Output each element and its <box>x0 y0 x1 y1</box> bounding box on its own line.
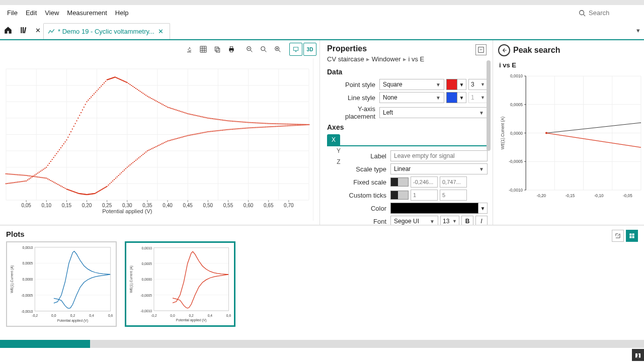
svg-rect-347 <box>193 134 194 135</box>
peak-chart[interactable]: 0,00100,00050,0000-0,0005-0,0010-0,20-0,… <box>498 72 642 203</box>
svg-rect-344 <box>197 133 198 134</box>
svg-text:-0,0010: -0,0010 <box>140 309 152 313</box>
custom-ticks-toggle[interactable] <box>390 191 409 200</box>
zoom-in-button[interactable] <box>271 43 284 56</box>
svg-rect-390 <box>131 163 132 164</box>
grid-icon <box>199 45 207 53</box>
point-size-select[interactable]: 3▼ <box>468 79 488 90</box>
grid-view-icon <box>628 232 635 239</box>
svg-rect-409 <box>105 187 106 188</box>
svg-rect-368 <box>163 143 164 144</box>
2d-button[interactable] <box>289 43 302 56</box>
tab-demo19[interactable]: * Demo 19 - Cyclic voltammetry... ✕ <box>43 23 170 39</box>
svg-rect-180 <box>184 112 185 113</box>
point-style-select[interactable]: Square▼ <box>379 79 444 90</box>
svg-text:0,0: 0,0 <box>170 314 175 317</box>
svg-rect-355 <box>182 137 183 138</box>
svg-rect-458 <box>70 190 71 191</box>
menu-view[interactable]: View <box>41 7 63 19</box>
svg-text:0,40: 0,40 <box>163 203 173 208</box>
line-color-swatch[interactable] <box>446 92 457 103</box>
svg-rect-6 <box>216 48 220 52</box>
svg-rect-254 <box>291 124 292 125</box>
svg-rect-366 <box>166 141 167 142</box>
svg-rect-476 <box>47 178 48 179</box>
axis-color-swatch[interactable] <box>390 203 478 214</box>
custom-ticks-b[interactable] <box>440 190 467 201</box>
home-button[interactable] <box>0 21 16 39</box>
svg-rect-361 <box>173 139 174 140</box>
svg-text:0,10: 0,10 <box>42 203 52 208</box>
line-color-caret[interactable]: ▼ <box>457 92 466 103</box>
point-color-swatch[interactable] <box>446 79 457 90</box>
close-library-button[interactable]: ✕ <box>32 21 43 39</box>
plot-thumbnail-1[interactable]: 0,00100,00050,0000-0,0005-0,0010-0,20,00… <box>6 241 117 327</box>
axis-tab-z[interactable]: Z <box>332 156 345 167</box>
fixed-scale-max[interactable] <box>440 176 467 188</box>
svg-text:0,65: 0,65 <box>264 203 274 208</box>
svg-rect-104 <box>95 92 96 93</box>
menu-help[interactable]: Help <box>111 7 133 19</box>
svg-text:0,50: 0,50 <box>203 203 213 208</box>
menu-measurement[interactable]: Measurement <box>63 7 111 19</box>
svg-rect-493 <box>23 175 24 176</box>
main-plot[interactable]: 0,050,100,150,200,250,300,350,400,450,50… <box>2 58 313 221</box>
custom-ticks-a[interactable] <box>411 190 438 201</box>
svg-rect-331 <box>216 130 217 131</box>
properties-scrollbar[interactable] <box>487 60 492 221</box>
axis-tab-y[interactable]: Y <box>332 145 345 156</box>
menu-file[interactable]: File <box>3 7 22 19</box>
zoom-button[interactable] <box>257 43 270 56</box>
popout-button[interactable] <box>612 230 624 242</box>
axis-label-input[interactable] <box>390 150 488 161</box>
copy-button[interactable] <box>211 43 224 56</box>
print-button[interactable] <box>225 43 238 56</box>
svg-rect-374 <box>154 147 155 148</box>
svg-rect-255 <box>292 124 293 125</box>
fixed-scale-toggle[interactable] <box>390 177 409 187</box>
axis-font-select[interactable]: Segoe UI▼ <box>390 216 438 225</box>
svg-rect-481 <box>40 177 41 178</box>
line-style-select[interactable]: None▼ <box>379 92 444 103</box>
scale-type-select[interactable]: Linear▼ <box>390 163 488 174</box>
svg-rect-251 <box>287 124 288 125</box>
svg-rect-2 <box>21 27 22 33</box>
line-width-select[interactable]: 1▼ <box>468 92 488 103</box>
svg-rect-126 <box>115 76 116 77</box>
back-button[interactable] <box>498 44 510 56</box>
progress-bar[interactable] <box>0 340 644 348</box>
grid-button[interactable] <box>197 43 210 56</box>
svg-rect-90 <box>75 123 76 124</box>
axis-color-label: Color <box>338 205 390 212</box>
point-color-caret[interactable]: ▼ <box>457 79 466 90</box>
svg-rect-166 <box>164 105 165 106</box>
inspect-button[interactable] <box>183 43 196 56</box>
italic-button[interactable]: I <box>475 216 488 225</box>
svg-rect-157 <box>151 98 152 99</box>
svg-rect-257 <box>295 124 296 125</box>
library-button[interactable] <box>16 21 32 39</box>
axis-font-size[interactable]: 13▼ <box>440 216 459 225</box>
menu-edit[interactable]: Edit <box>22 7 41 19</box>
svg-text:-0,0010: -0,0010 <box>509 188 523 193</box>
axis-tab-x[interactable]: X <box>327 134 340 145</box>
svg-text:0,45: 0,45 <box>183 203 193 208</box>
svg-rect-397 <box>121 172 122 173</box>
svg-rect-19 <box>293 47 298 50</box>
tab-close-button[interactable]: ✕ <box>157 28 165 35</box>
search-input[interactable] <box>589 9 629 17</box>
svg-rect-394 <box>125 168 126 169</box>
expand-tabs-button[interactable]: ▾ <box>632 21 644 39</box>
bold-button[interactable]: B <box>461 216 473 225</box>
svg-rect-489 <box>29 175 30 176</box>
grid-view-button[interactable] <box>626 230 638 242</box>
3d-button[interactable]: 3D <box>303 43 316 56</box>
collapse-properties-button[interactable] <box>475 44 487 55</box>
fixed-scale-min[interactable] <box>411 176 438 188</box>
plot-thumbnail-2[interactable]: 0,00100,00050,0000-0,0005-0,0010-0,20,00… <box>125 241 235 327</box>
svg-rect-401 <box>115 177 116 178</box>
search-box[interactable] <box>576 8 641 18</box>
y-axis-select[interactable]: Left▼ <box>379 107 488 118</box>
svg-rect-173 <box>174 109 175 110</box>
zoom-out-button[interactable] <box>243 43 256 56</box>
